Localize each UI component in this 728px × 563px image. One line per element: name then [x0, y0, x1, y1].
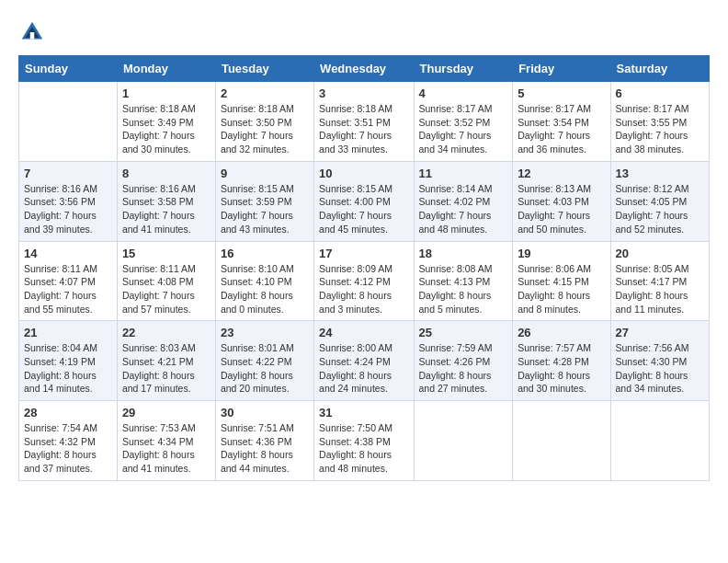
- sunset-text: Sunset: 4:24 PM: [319, 355, 408, 369]
- daylight-text: Daylight: 8 hours and 20 minutes.: [221, 369, 309, 396]
- day-number: 13: [616, 167, 704, 180]
- cell-week4-day3: 23Sunrise: 8:01 AMSunset: 4:22 PMDayligh…: [215, 321, 313, 401]
- cell-details: Sunrise: 8:16 AMSunset: 3:56 PMDaylight:…: [24, 182, 112, 236]
- cell-details: Sunrise: 8:11 AMSunset: 4:08 PMDaylight:…: [122, 262, 210, 316]
- cell-details: Sunrise: 8:13 AMSunset: 4:03 PMDaylight:…: [518, 182, 605, 236]
- calendar-table: SundayMondayTuesdayWednesdayThursdayFrid…: [18, 55, 710, 481]
- cell-week2-day7: 13Sunrise: 8:12 AMSunset: 4:05 PMDayligh…: [610, 161, 709, 241]
- daylight-text: Daylight: 8 hours and 30 minutes.: [518, 369, 605, 396]
- daylight-text: Daylight: 7 hours and 32 minutes.: [221, 129, 309, 155]
- sunset-text: Sunset: 3:50 PM: [221, 116, 309, 130]
- sunrise-text: Sunrise: 7:53 AM: [122, 421, 210, 435]
- sunrise-text: Sunrise: 8:00 AM: [319, 341, 408, 355]
- cell-details: Sunrise: 8:09 AMSunset: 4:12 PMDaylight:…: [319, 262, 408, 316]
- cell-details: Sunrise: 8:17 AMSunset: 3:52 PMDaylight:…: [419, 102, 508, 156]
- sunset-text: Sunset: 4:08 PM: [122, 275, 210, 289]
- sunset-text: Sunset: 4:34 PM: [122, 435, 210, 449]
- cell-week2-day2: 8Sunrise: 8:16 AMSunset: 3:58 PMDaylight…: [117, 161, 215, 241]
- daylight-text: Daylight: 7 hours and 55 minutes.: [24, 289, 112, 316]
- daylight-text: Daylight: 8 hours and 3 minutes.: [319, 289, 408, 316]
- cell-week2-day4: 10Sunrise: 8:15 AMSunset: 4:00 PMDayligh…: [314, 161, 414, 241]
- daylight-text: Daylight: 8 hours and 14 minutes.: [24, 369, 112, 396]
- cell-week2-day3: 9Sunrise: 8:15 AMSunset: 3:59 PMDaylight…: [215, 161, 313, 241]
- sunrise-text: Sunrise: 8:03 AM: [122, 341, 210, 355]
- day-number: 16: [221, 247, 309, 260]
- header-day-wednesday: Wednesday: [314, 56, 414, 82]
- day-number: 22: [122, 326, 210, 339]
- sunset-text: Sunset: 4:05 PM: [616, 195, 704, 209]
- day-number: 24: [319, 326, 408, 339]
- sunrise-text: Sunrise: 8:16 AM: [122, 182, 210, 196]
- sunset-text: Sunset: 4:21 PM: [122, 355, 210, 369]
- sunrise-text: Sunrise: 8:16 AM: [24, 182, 112, 196]
- sunset-text: Sunset: 4:32 PM: [24, 435, 112, 449]
- sunset-text: Sunset: 4:28 PM: [518, 355, 605, 369]
- sunrise-text: Sunrise: 8:01 AM: [221, 341, 309, 355]
- daylight-text: Daylight: 8 hours and 37 minutes.: [24, 448, 112, 475]
- day-number: 11: [419, 167, 508, 180]
- cell-details: Sunrise: 8:01 AMSunset: 4:22 PMDaylight:…: [221, 341, 309, 396]
- cell-details: Sunrise: 8:05 AMSunset: 4:17 PMDaylight:…: [616, 262, 704, 316]
- daylight-text: Daylight: 8 hours and 24 minutes.: [319, 369, 408, 396]
- daylight-text: Daylight: 8 hours and 41 minutes.: [122, 448, 210, 475]
- sunrise-text: Sunrise: 8:11 AM: [122, 262, 210, 276]
- sunset-text: Sunset: 4:12 PM: [319, 275, 408, 289]
- sunrise-text: Sunrise: 8:14 AM: [419, 182, 508, 196]
- daylight-text: Daylight: 8 hours and 5 minutes.: [419, 289, 508, 316]
- header-day-friday: Friday: [513, 56, 610, 82]
- sunrise-text: Sunrise: 8:06 AM: [518, 262, 605, 276]
- sunrise-text: Sunrise: 8:17 AM: [419, 102, 508, 116]
- daylight-text: Daylight: 8 hours and 27 minutes.: [419, 369, 508, 396]
- cell-details: Sunrise: 8:17 AMSunset: 3:55 PMDaylight:…: [616, 102, 704, 156]
- daylight-text: Daylight: 8 hours and 0 minutes.: [221, 289, 309, 316]
- cell-week1-day4: 3Sunrise: 8:18 AMSunset: 3:51 PMDaylight…: [314, 82, 414, 162]
- daylight-text: Daylight: 7 hours and 39 minutes.: [24, 209, 112, 236]
- svg-rect-2: [30, 32, 35, 40]
- day-number: 10: [319, 167, 408, 180]
- day-number: 1: [122, 86, 210, 100]
- cell-details: Sunrise: 8:06 AMSunset: 4:15 PMDaylight:…: [518, 262, 605, 316]
- sunset-text: Sunset: 4:02 PM: [419, 195, 508, 209]
- sunrise-text: Sunrise: 8:17 AM: [616, 102, 704, 116]
- day-number: 12: [518, 167, 605, 180]
- cell-details: Sunrise: 8:04 AMSunset: 4:19 PMDaylight:…: [24, 341, 112, 396]
- cell-details: Sunrise: 8:12 AMSunset: 4:05 PMDaylight:…: [616, 182, 704, 236]
- sunset-text: Sunset: 3:54 PM: [518, 116, 605, 130]
- daylight-text: Daylight: 7 hours and 33 minutes.: [319, 129, 408, 155]
- sunrise-text: Sunrise: 8:10 AM: [221, 262, 309, 276]
- sunrise-text: Sunrise: 7:59 AM: [419, 341, 508, 355]
- sunset-text: Sunset: 3:49 PM: [122, 116, 210, 130]
- day-number: 21: [24, 326, 112, 339]
- day-number: 31: [319, 406, 408, 419]
- day-number: 30: [221, 406, 309, 419]
- cell-week5-day5: [414, 401, 513, 481]
- sunset-text: Sunset: 3:51 PM: [319, 116, 408, 130]
- cell-week3-day1: 14Sunrise: 8:11 AMSunset: 4:07 PMDayligh…: [19, 241, 118, 321]
- cell-week2-day1: 7Sunrise: 8:16 AMSunset: 3:56 PMDaylight…: [19, 161, 118, 241]
- cell-details: Sunrise: 8:18 AMSunset: 3:51 PMDaylight:…: [319, 102, 408, 156]
- week-row-5: 28Sunrise: 7:54 AMSunset: 4:32 PMDayligh…: [19, 401, 710, 481]
- day-number: 6: [616, 86, 704, 100]
- day-number: 14: [24, 247, 112, 260]
- cell-details: Sunrise: 8:17 AMSunset: 3:54 PMDaylight:…: [518, 102, 605, 156]
- day-number: 15: [122, 247, 210, 260]
- day-number: 4: [419, 86, 508, 100]
- header-day-monday: Monday: [117, 56, 215, 82]
- cell-week4-day7: 27Sunrise: 7:56 AMSunset: 4:30 PMDayligh…: [610, 321, 709, 401]
- cell-week4-day5: 25Sunrise: 7:59 AMSunset: 4:26 PMDayligh…: [414, 321, 513, 401]
- day-number: 28: [24, 406, 112, 419]
- daylight-text: Daylight: 8 hours and 44 minutes.: [221, 448, 309, 475]
- cell-week3-day5: 18Sunrise: 8:08 AMSunset: 4:13 PMDayligh…: [414, 241, 513, 321]
- sunrise-text: Sunrise: 7:50 AM: [319, 421, 408, 435]
- cell-details: Sunrise: 8:15 AMSunset: 4:00 PMDaylight:…: [319, 182, 408, 236]
- cell-details: Sunrise: 7:56 AMSunset: 4:30 PMDaylight:…: [616, 341, 704, 396]
- day-number: 5: [518, 86, 605, 100]
- daylight-text: Daylight: 7 hours and 43 minutes.: [221, 209, 309, 236]
- daylight-text: Daylight: 7 hours and 57 minutes.: [122, 289, 210, 316]
- cell-week4-day2: 22Sunrise: 8:03 AMSunset: 4:21 PMDayligh…: [117, 321, 215, 401]
- day-number: 27: [616, 326, 704, 339]
- header-day-sunday: Sunday: [19, 56, 118, 82]
- cell-week1-day1: [19, 82, 118, 162]
- day-number: 18: [419, 247, 508, 260]
- sunset-text: Sunset: 4:30 PM: [616, 355, 704, 369]
